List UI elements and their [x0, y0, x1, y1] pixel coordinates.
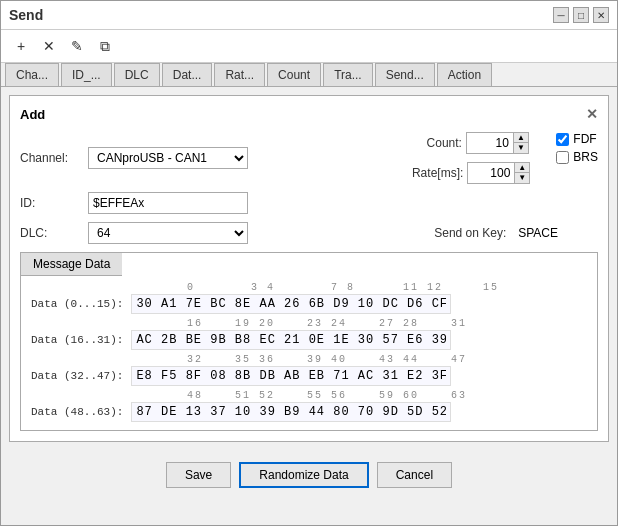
- rate-spinner-buttons: ▲ ▼: [515, 162, 530, 184]
- hex-index-1: 16 19 20 23 24 27 28 31: [183, 318, 467, 329]
- copy-button[interactable]: ⧉: [93, 34, 117, 58]
- add-button[interactable]: +: [9, 34, 33, 58]
- minimize-button[interactable]: ─: [553, 7, 569, 23]
- fdf-row: FDF: [556, 132, 598, 146]
- count-spinner: ▲ ▼: [466, 132, 529, 154]
- count-decrement[interactable]: ▼: [514, 143, 528, 153]
- hex-input-1[interactable]: [131, 330, 451, 350]
- hex-index-row-1: 16 19 20 23 24 27 28 31: [31, 318, 587, 329]
- randomize-button[interactable]: Randomize Data: [239, 462, 368, 488]
- rate-increment[interactable]: ▲: [515, 163, 529, 173]
- save-button[interactable]: Save: [166, 462, 231, 488]
- hex-data-row-1: Data (16..31):: [31, 330, 587, 350]
- hex-index-row-2: 32 35 36 39 40 43 44 47: [31, 354, 587, 365]
- message-data-box: Message Data 0 3 4 7 8 11 12 15 Data (0.…: [20, 252, 598, 431]
- hex-label-2: Data (32..47):: [31, 370, 131, 382]
- fdf-brs-group: FDF BRS: [556, 132, 598, 164]
- tab-dlc[interactable]: DLC: [114, 63, 160, 86]
- footer: Save Randomize Data Cancel: [1, 454, 617, 496]
- hex-data-row-0: Data (0...15):: [31, 294, 587, 314]
- channel-select[interactable]: CANproUSB - CAN1: [88, 147, 248, 169]
- hex-input-2[interactable]: [131, 366, 451, 386]
- edit-button[interactable]: ✎: [65, 34, 89, 58]
- fdf-checkbox[interactable]: [556, 133, 569, 146]
- count-label: Count:: [412, 136, 462, 150]
- tab-action[interactable]: Action: [437, 63, 492, 86]
- window-title: Send: [9, 7, 43, 23]
- panel-header: Add ✕: [20, 106, 598, 122]
- rate-decrement[interactable]: ▼: [515, 173, 529, 183]
- add-panel: Add ✕ Channel: CANproUSB - CAN1 Count:: [9, 95, 609, 442]
- fdf-label: FDF: [573, 132, 596, 146]
- hex-index-row-3: 48 51 52 55 56 59 60 63: [31, 390, 587, 401]
- main-window: Send ─ □ ✕ + ✕ ✎ ⧉ Cha... ID_... DLC Dat…: [0, 0, 618, 526]
- hex-label-3: Data (48..63):: [31, 406, 131, 418]
- brs-label: BRS: [573, 150, 598, 164]
- right-section: Count: ▲ ▼ Rate[ms]:: [412, 132, 598, 184]
- count-spinner-buttons: ▲ ▼: [514, 132, 529, 154]
- title-bar-right: ─ □ ✕: [553, 7, 609, 23]
- count-rate-group: Count: ▲ ▼ Rate[ms]:: [412, 132, 530, 184]
- tab-data[interactable]: Dat...: [162, 63, 213, 86]
- tab-count[interactable]: Count: [267, 63, 321, 86]
- hex-input-0[interactable]: [131, 294, 451, 314]
- hex-grid: 0 3 4 7 8 11 12 15 Data (0...15): 16 19 …: [21, 276, 597, 430]
- id-input[interactable]: [88, 192, 248, 214]
- tab-send[interactable]: Send...: [375, 63, 435, 86]
- hex-data-row-3: Data (48..63):: [31, 402, 587, 422]
- count-input[interactable]: [466, 132, 514, 154]
- hex-data-row-2: Data (32..47):: [31, 366, 587, 386]
- main-content: Add ✕ Channel: CANproUSB - CAN1 Count:: [1, 87, 617, 450]
- dlc-label: DLC:: [20, 226, 80, 240]
- title-bar-left: Send: [9, 7, 43, 23]
- toolbar: + ✕ ✎ ⧉: [1, 30, 617, 63]
- id-row: ID:: [20, 192, 598, 214]
- rate-label: Rate[ms]:: [412, 166, 463, 180]
- send-on-key-value: SPACE: [518, 226, 558, 240]
- title-bar: Send ─ □ ✕: [1, 1, 617, 30]
- hex-label-1: Data (16..31):: [31, 334, 131, 346]
- delete-button[interactable]: ✕: [37, 34, 61, 58]
- tab-id[interactable]: ID_...: [61, 63, 112, 86]
- brs-row: BRS: [556, 150, 598, 164]
- count-increment[interactable]: ▲: [514, 133, 528, 143]
- hex-index-row-0: 0 3 4 7 8 11 12 15: [31, 282, 587, 293]
- column-tabs: Cha... ID_... DLC Dat... Rat... Count Tr…: [1, 63, 617, 87]
- channel-label: Channel:: [20, 151, 80, 165]
- send-on-key-label: Send on Key:: [434, 226, 514, 240]
- panel-close-button[interactable]: ✕: [586, 106, 598, 122]
- cancel-button[interactable]: Cancel: [377, 462, 452, 488]
- maximize-button[interactable]: □: [573, 7, 589, 23]
- tab-transfer[interactable]: Tra...: [323, 63, 373, 86]
- dlc-row: DLC: 64 8 16 32 Send on Key: SPACE: [20, 222, 598, 244]
- hex-index-2: 32 35 36 39 40 43 44 47: [183, 354, 467, 365]
- count-group: Count: ▲ ▼: [412, 132, 530, 154]
- hex-index-0: 0 3 4 7 8 11 12 15: [183, 282, 499, 293]
- hex-label-0: Data (0...15):: [31, 298, 131, 310]
- channel-row: Channel: CANproUSB - CAN1 Count: ▲: [20, 132, 598, 184]
- brs-checkbox[interactable]: [556, 151, 569, 164]
- id-label: ID:: [20, 196, 80, 210]
- rate-input[interactable]: [467, 162, 515, 184]
- window-close-button[interactable]: ✕: [593, 7, 609, 23]
- message-data-tab[interactable]: Message Data: [21, 253, 122, 276]
- tab-rate[interactable]: Rat...: [214, 63, 265, 86]
- panel-title-text: Add: [20, 107, 45, 122]
- rate-group: Rate[ms]: ▲ ▼: [412, 162, 530, 184]
- rate-spinner: ▲ ▼: [467, 162, 530, 184]
- dlc-select[interactable]: 64 8 16 32: [88, 222, 248, 244]
- tab-channel[interactable]: Cha...: [5, 63, 59, 86]
- hex-input-3[interactable]: [131, 402, 451, 422]
- hex-index-3: 48 51 52 55 56 59 60 63: [183, 390, 467, 401]
